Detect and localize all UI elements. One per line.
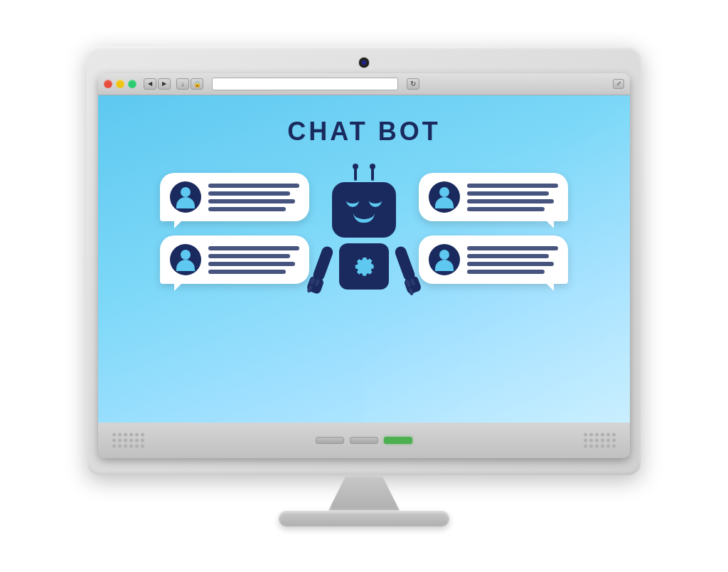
left-bubbles [160,173,309,284]
speaker-dot [141,444,144,447]
speaker-dot [112,433,116,436]
speaker-dot [601,444,604,447]
finger [408,287,414,295]
avatar-right-top [429,181,460,213]
speaker-dot [135,444,139,447]
bubble-line [467,246,558,250]
monitor-wrapper: ◀ ▶ ↓ 🔒 ↻ ⤢ CHAT BOT [87,46,641,526]
speaker-dot [589,433,593,436]
bubble-line [208,184,299,188]
speaker-dot [584,438,587,442]
bubble-lines-left-top [208,184,299,211]
speaker-dot [112,444,116,447]
monitor: ◀ ▶ ↓ 🔒 ↻ ⤢ CHAT BOT [87,46,641,475]
traffic-light-yellow[interactable] [116,80,124,88]
bubble-lines-right-top [467,184,558,211]
finger [314,279,320,287]
bubble-line [467,270,545,274]
back-button[interactable]: ◀ [144,78,156,90]
speaker-dot [129,438,133,442]
speaker-dot [601,433,604,436]
avatar-left-top [170,181,201,213]
robot-arm-right [393,245,416,282]
robot-body [339,243,389,290]
robot-body-section [323,240,405,290]
antennas [354,168,374,181]
speaker-dot [589,444,593,447]
traffic-light-red[interactable] [104,80,112,88]
lock-button[interactable]: 🔒 [191,78,203,90]
gear-icon [351,253,377,279]
monitor-stand-base [279,511,449,526]
bubble-right-top [419,173,568,221]
forward-button[interactable]: ▶ [158,78,171,90]
antenna-right [371,168,374,181]
traffic-lights [104,80,136,88]
robot [323,168,405,290]
speaker-dot [124,444,127,447]
content-area [127,168,601,290]
download-button[interactable]: ↓ [176,78,189,90]
speaker-grille-left [112,433,144,447]
bubble-line [208,199,295,203]
bubble-left-top [160,173,309,221]
robot-arm-left-container [323,247,335,282]
status-bar-indicator [384,437,412,444]
bubble-line [208,254,290,258]
bubble-line [467,191,549,196]
speaker-dot [606,433,610,436]
chatbot-title: CHAT BOT [287,117,440,147]
speaker-grille-right [584,433,616,447]
speaker-dot [589,438,593,442]
browser-titlebar: ◀ ▶ ↓ 🔒 ↻ ⤢ [98,73,630,95]
address-bar[interactable] [212,78,398,90]
speaker-dot [584,433,587,436]
speaker-dot [135,438,139,442]
speaker-dot [118,444,122,447]
speaker-dot [135,433,139,436]
speaker-dot [141,433,144,436]
bubble-line [208,262,295,266]
bubble-line [208,246,299,250]
refresh-button[interactable]: ↻ [407,78,419,90]
robot-mouth [353,213,375,223]
status-bar-button-2[interactable] [350,437,378,444]
robot-head [332,182,396,238]
bubble-line [467,207,545,211]
bubble-line [467,254,549,258]
speaker-dot [595,433,599,436]
bubble-right-bottom [419,235,568,284]
speaker-dot [606,438,610,442]
bubble-lines-left-bottom [208,246,299,274]
speaker-dot [612,438,616,442]
robot-container [323,168,405,290]
speaker-dot [124,433,127,436]
traffic-light-green[interactable] [128,80,136,88]
antenna-left [354,168,357,181]
monitor-stand-neck [328,475,400,511]
speaker-dot [595,438,599,442]
icon-buttons: ↓ 🔒 [176,78,203,90]
fullscreen-button[interactable]: ⤢ [613,79,624,89]
status-bar-button-1[interactable] [316,437,344,444]
browser-frame: ◀ ▶ ↓ 🔒 ↻ ⤢ CHAT BOT [98,73,630,458]
speaker-dot [612,433,616,436]
bubble-line [208,207,286,211]
finger [307,285,313,293]
bubble-line [208,270,286,274]
bubble-line [467,199,554,203]
speaker-dot [141,438,144,442]
avatar-right-bottom [429,244,460,275]
speaker-dot [124,438,127,442]
speaker-dot [584,444,587,447]
bubble-lines-right-bottom [467,246,558,274]
screen-content: CHAT BOT [98,95,630,423]
robot-arm-left [311,245,334,282]
bubble-line [467,184,558,188]
bubble-left-bottom [160,235,309,284]
webcam [359,58,369,68]
speaker-dot [606,444,610,447]
nav-buttons: ◀ ▶ [144,78,171,90]
bubble-line [467,262,554,266]
speaker-dot [118,433,122,436]
